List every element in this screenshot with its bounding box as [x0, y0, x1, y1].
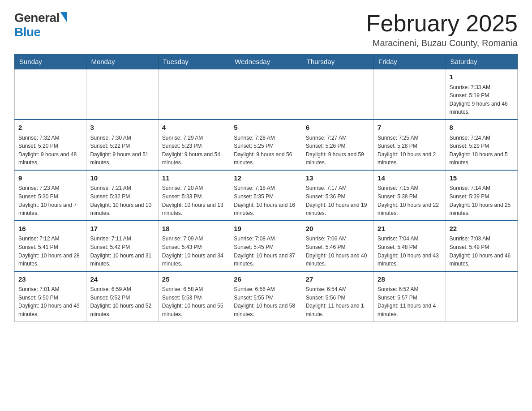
title-block: February 2025 Maracineni, Buzau County, …	[366, 11, 518, 48]
table-row: 28Sunrise: 6:52 AMSunset: 5:57 PMDayligh…	[374, 271, 446, 321]
day-info: Sunrise: 7:29 AMSunset: 5:23 PMDaylight:…	[162, 134, 226, 167]
logo-triangle-icon	[60, 12, 67, 22]
day-number: 26	[234, 274, 298, 285]
day-info: Sunrise: 7:21 AMSunset: 5:32 PMDaylight:…	[90, 184, 154, 217]
day-number: 25	[162, 274, 226, 285]
day-number: 27	[306, 274, 370, 285]
table-row: 15Sunrise: 7:14 AMSunset: 5:39 PMDayligh…	[446, 170, 517, 221]
table-row	[158, 69, 230, 120]
table-row: 4Sunrise: 7:29 AMSunset: 5:23 PMDaylight…	[158, 120, 230, 170]
header-friday: Friday	[374, 54, 446, 69]
day-info: Sunrise: 7:04 AMSunset: 5:48 PMDaylight:…	[378, 235, 442, 268]
header-monday: Monday	[86, 54, 158, 69]
day-info: Sunrise: 7:25 AMSunset: 5:28 PMDaylight:…	[378, 134, 442, 167]
day-number: 19	[234, 224, 298, 234]
header-saturday: Saturday	[446, 54, 517, 69]
day-info: Sunrise: 7:15 AMSunset: 5:38 PMDaylight:…	[378, 184, 442, 217]
table-row	[15, 69, 86, 120]
day-info: Sunrise: 6:52 AMSunset: 5:57 PMDaylight:…	[378, 285, 442, 318]
day-info: Sunrise: 7:17 AMSunset: 5:36 PMDaylight:…	[306, 184, 370, 217]
month-title: February 2025	[366, 11, 518, 36]
table-row: 16Sunrise: 7:12 AMSunset: 5:41 PMDayligh…	[15, 221, 86, 271]
header-tuesday: Tuesday	[158, 54, 230, 69]
table-row: 8Sunrise: 7:24 AMSunset: 5:29 PMDaylight…	[446, 120, 517, 170]
table-row: 2Sunrise: 7:32 AMSunset: 5:20 PMDaylight…	[15, 120, 86, 170]
logo-general: General	[14, 11, 60, 25]
calendar-table: Sunday Monday Tuesday Wednesday Thursday…	[14, 54, 518, 321]
page-header: General Blue February 2025 Maracineni, B…	[14, 11, 518, 48]
day-info: Sunrise: 7:33 AMSunset: 5:19 PMDaylight:…	[450, 83, 514, 116]
day-number: 22	[450, 224, 514, 234]
day-info: Sunrise: 6:59 AMSunset: 5:52 PMDaylight:…	[90, 285, 154, 318]
table-row: 14Sunrise: 7:15 AMSunset: 5:38 PMDayligh…	[374, 170, 446, 221]
day-info: Sunrise: 7:09 AMSunset: 5:43 PMDaylight:…	[162, 235, 226, 268]
table-row: 25Sunrise: 6:58 AMSunset: 5:53 PMDayligh…	[158, 271, 230, 321]
day-info: Sunrise: 7:01 AMSunset: 5:50 PMDaylight:…	[18, 285, 82, 318]
table-row: 19Sunrise: 7:08 AMSunset: 5:45 PMDayligh…	[230, 221, 302, 271]
day-number: 13	[306, 173, 370, 184]
table-row	[86, 69, 158, 120]
day-info: Sunrise: 7:23 AMSunset: 5:30 PMDaylight:…	[18, 184, 82, 217]
day-info: Sunrise: 7:14 AMSunset: 5:39 PMDaylight:…	[450, 184, 514, 217]
table-row: 1Sunrise: 7:33 AMSunset: 5:19 PMDaylight…	[446, 69, 517, 120]
table-row: 20Sunrise: 7:06 AMSunset: 5:46 PMDayligh…	[302, 221, 373, 271]
day-number: 20	[306, 224, 370, 234]
day-info: Sunrise: 7:28 AMSunset: 5:25 PMDaylight:…	[234, 134, 298, 167]
day-info: Sunrise: 7:03 AMSunset: 5:49 PMDaylight:…	[450, 235, 514, 268]
day-number: 7	[378, 123, 442, 133]
day-info: Sunrise: 7:32 AMSunset: 5:20 PMDaylight:…	[18, 134, 82, 167]
table-row: 3Sunrise: 7:30 AMSunset: 5:22 PMDaylight…	[86, 120, 158, 170]
day-number: 5	[234, 123, 298, 133]
day-number: 18	[162, 224, 226, 234]
day-number: 8	[450, 123, 514, 133]
header-wednesday: Wednesday	[230, 54, 302, 69]
table-row: 12Sunrise: 7:18 AMSunset: 5:35 PMDayligh…	[230, 170, 302, 221]
table-row: 23Sunrise: 7:01 AMSunset: 5:50 PMDayligh…	[15, 271, 86, 321]
day-number: 1	[450, 72, 514, 82]
header-thursday: Thursday	[302, 54, 373, 69]
day-number: 14	[378, 173, 442, 184]
day-number: 21	[378, 224, 442, 234]
day-number: 23	[18, 274, 82, 285]
day-number: 24	[90, 274, 154, 285]
table-row: 11Sunrise: 7:20 AMSunset: 5:33 PMDayligh…	[158, 170, 230, 221]
day-info: Sunrise: 7:30 AMSunset: 5:22 PMDaylight:…	[90, 134, 154, 167]
location-title: Maracineni, Buzau County, Romania	[366, 38, 518, 48]
table-row	[374, 69, 446, 120]
table-row: 6Sunrise: 7:27 AMSunset: 5:26 PMDaylight…	[302, 120, 373, 170]
day-number: 10	[90, 173, 154, 184]
table-row	[302, 69, 373, 120]
logo: General Blue	[14, 11, 67, 39]
day-info: Sunrise: 7:27 AMSunset: 5:26 PMDaylight:…	[306, 134, 370, 167]
day-info: Sunrise: 7:24 AMSunset: 5:29 PMDaylight:…	[450, 134, 514, 167]
day-info: Sunrise: 7:08 AMSunset: 5:45 PMDaylight:…	[234, 235, 298, 268]
day-info: Sunrise: 7:06 AMSunset: 5:46 PMDaylight:…	[306, 235, 370, 268]
day-info: Sunrise: 7:20 AMSunset: 5:33 PMDaylight:…	[162, 184, 226, 217]
table-row: 27Sunrise: 6:54 AMSunset: 5:56 PMDayligh…	[302, 271, 373, 321]
day-info: Sunrise: 7:12 AMSunset: 5:41 PMDaylight:…	[18, 235, 82, 268]
table-row: 18Sunrise: 7:09 AMSunset: 5:43 PMDayligh…	[158, 221, 230, 271]
calendar-header-row: Sunday Monday Tuesday Wednesday Thursday…	[15, 54, 518, 69]
header-sunday: Sunday	[15, 54, 86, 69]
day-number: 3	[90, 123, 154, 133]
day-number: 9	[18, 173, 82, 184]
table-row: 10Sunrise: 7:21 AMSunset: 5:32 PMDayligh…	[86, 170, 158, 221]
table-row: 21Sunrise: 7:04 AMSunset: 5:48 PMDayligh…	[374, 221, 446, 271]
table-row	[230, 69, 302, 120]
day-number: 15	[450, 173, 514, 184]
table-row: 13Sunrise: 7:17 AMSunset: 5:36 PMDayligh…	[302, 170, 373, 221]
day-info: Sunrise: 7:11 AMSunset: 5:42 PMDaylight:…	[90, 235, 154, 268]
table-row: 22Sunrise: 7:03 AMSunset: 5:49 PMDayligh…	[446, 221, 517, 271]
day-info: Sunrise: 6:54 AMSunset: 5:56 PMDaylight:…	[306, 285, 370, 318]
table-row: 17Sunrise: 7:11 AMSunset: 5:42 PMDayligh…	[86, 221, 158, 271]
day-number: 4	[162, 123, 226, 133]
day-number: 2	[18, 123, 82, 133]
day-info: Sunrise: 6:56 AMSunset: 5:55 PMDaylight:…	[234, 285, 298, 318]
day-number: 16	[18, 224, 82, 234]
table-row: 24Sunrise: 6:59 AMSunset: 5:52 PMDayligh…	[86, 271, 158, 321]
day-number: 17	[90, 224, 154, 234]
day-info: Sunrise: 6:58 AMSunset: 5:53 PMDaylight:…	[162, 285, 226, 318]
day-info: Sunrise: 7:18 AMSunset: 5:35 PMDaylight:…	[234, 184, 298, 217]
table-row	[446, 271, 517, 321]
table-row: 9Sunrise: 7:23 AMSunset: 5:30 PMDaylight…	[15, 170, 86, 221]
